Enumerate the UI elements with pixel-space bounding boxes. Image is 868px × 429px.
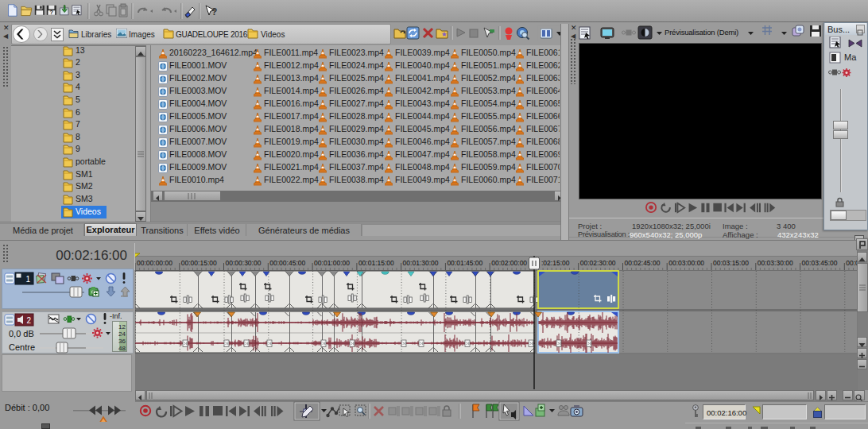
svg-text:00:02:30:00: 00:02:30:00	[580, 259, 616, 267]
svg-text:2: 2	[26, 316, 31, 325]
svg-text:00:01:00:00: 00:01:00:00	[314, 259, 350, 267]
svg-text:00:01:45:00: 00:01:45:00	[447, 259, 482, 267]
svg-text:1: 1	[25, 275, 30, 284]
svg-text:00:01:15:00: 00:01:15:00	[358, 259, 394, 267]
svg-text:?: ?	[50, 9, 53, 16]
svg-text:00:03:45:00: 00:03:45:00	[802, 259, 838, 267]
svg-text:00:02:45:00: 00:02:45:00	[625, 259, 661, 267]
svg-text:00:01:30:00: 00:01:30:00	[403, 259, 439, 267]
svg-text:00:02:00:00: 00:02:00:00	[491, 259, 527, 267]
svg-text:00:03:30:00: 00:03:30:00	[758, 259, 793, 267]
svg-text:00:00:00:00: 00:00:00:00	[137, 259, 172, 267]
svg-text:00:03:00:00: 00:03:00:00	[668, 259, 704, 267]
svg-text::02:15:00: :02:15:00	[541, 259, 570, 267]
svg-text:48: 48	[118, 345, 126, 352]
svg-text:00:00:45:00: 00:00:45:00	[269, 259, 305, 267]
svg-text:00:00:15:00: 00:00:15:00	[181, 259, 217, 267]
svg-text:?: ?	[211, 6, 217, 17]
svg-text:00:03:15:00: 00:03:15:00	[713, 259, 749, 267]
svg-text:00:0: 00:0	[846, 259, 857, 267]
svg-text:00:00:30:00: 00:00:30:00	[226, 259, 262, 267]
